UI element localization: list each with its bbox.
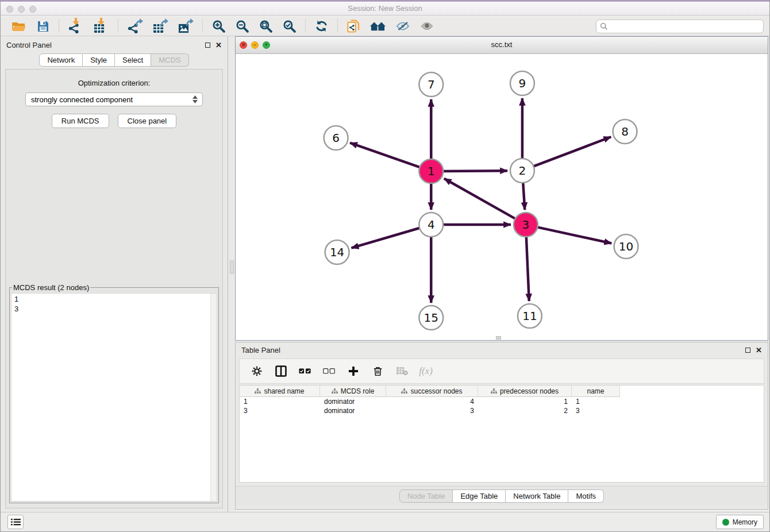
network-canvas[interactable]: 7968124314101511 [236, 54, 768, 340]
refresh-icon [315, 20, 328, 33]
edge-4-14[interactable] [352, 228, 422, 248]
edge-3-1[interactable] [444, 179, 517, 220]
edge-3-10[interactable] [535, 227, 611, 244]
column-header-shared-name[interactable]: shared name [240, 385, 320, 397]
memory-button[interactable]: Memory [716, 515, 764, 529]
apply-layout-refresh-button[interactable] [311, 18, 332, 35]
node-15[interactable]: 15 [419, 306, 443, 330]
clear-all-checkboxes-button[interactable] [320, 361, 338, 381]
node-7[interactable]: 7 [419, 72, 443, 97]
close-panel-button[interactable]: Close panel [118, 114, 177, 128]
node-4[interactable]: 4 [419, 213, 443, 237]
table-cell[interactable]: 3 [386, 406, 478, 415]
delete-column-button[interactable] [368, 361, 387, 381]
new-network-from-selection-button[interactable] [344, 18, 363, 35]
table-cell[interactable]: 1 [478, 397, 572, 406]
table-cell[interactable]: 2 [478, 406, 572, 415]
open-session-button[interactable] [8, 18, 30, 35]
panel-splitter[interactable] [229, 36, 235, 512]
tab-network-table[interactable]: Network Table [506, 489, 568, 503]
import-network-icon [68, 19, 83, 34]
float-panel-icon[interactable] [205, 43, 210, 48]
select-stepper-icon [191, 95, 202, 103]
show-columns-button[interactable] [272, 361, 290, 381]
add-column-button[interactable] [344, 361, 363, 381]
show-all-button[interactable] [417, 18, 437, 35]
mcds-result-text[interactable]: 1 3 [11, 294, 210, 501]
table-tabs: Node TableEdge TableNetwork TableMotifs [399, 489, 604, 503]
tab-edge-table[interactable]: Edge Table [453, 489, 506, 503]
splitter-grip-icon[interactable] [230, 260, 234, 274]
table-cell[interactable]: 1 [572, 397, 620, 406]
first-neighbors-button[interactable] [367, 18, 389, 35]
import-network-button[interactable] [65, 18, 87, 35]
zoom-in-button[interactable] [209, 18, 229, 35]
close-table-panel-icon[interactable]: ✕ [756, 346, 762, 354]
table-cell[interactable]: 3 [572, 406, 620, 415]
node-2[interactable]: 2 [510, 159, 534, 183]
column-header-MCDS-role[interactable]: MCDS role [320, 385, 386, 397]
memory-status-icon [722, 519, 729, 526]
edge-1-2[interactable] [441, 171, 507, 171]
node-3[interactable]: 3 [514, 213, 538, 237]
zoom-selected-button[interactable] [279, 18, 299, 35]
search-input[interactable] [611, 22, 760, 30]
table-row: 1dominator411 [240, 397, 764, 406]
node-9[interactable]: 9 [510, 71, 534, 95]
optimization-criterion-label: Optimization criterion: [6, 79, 222, 87]
table-cell[interactable]: dominator [320, 397, 386, 406]
export-image-button[interactable] [175, 18, 197, 35]
column-settings-gear-button[interactable] [248, 361, 266, 381]
column-type-icon [332, 388, 338, 394]
node-label: 7 [428, 78, 435, 91]
column-header-name[interactable]: name [572, 385, 620, 397]
zoom-out-icon [236, 20, 249, 33]
edge-3-11[interactable] [526, 234, 529, 301]
mcds-panel: Optimization criterion: strongly connect… [5, 69, 223, 508]
result-scrollbar[interactable] [210, 294, 217, 501]
run-mcds-button[interactable]: Run MCDS [52, 114, 109, 128]
optimization-criterion-select[interactable]: strongly connected component [25, 92, 203, 106]
tab-mcds[interactable]: MCDS [151, 53, 188, 67]
save-session-button[interactable] [33, 18, 53, 35]
tab-style[interactable]: Style [83, 53, 115, 67]
node-label: 10 [619, 240, 633, 253]
canvas-resize-grip[interactable] [496, 336, 501, 340]
edge-2-8[interactable] [532, 137, 611, 167]
zoom-fit-button[interactable] [256, 18, 276, 35]
node-10[interactable]: 10 [614, 234, 638, 259]
application-window: Session: New Session [0, 0, 770, 532]
select-all-checkboxes-button[interactable] [296, 361, 314, 381]
import-table-button[interactable] [90, 18, 112, 35]
node-6[interactable]: 6 [324, 126, 348, 150]
toolbar-separator [337, 20, 338, 33]
table-cell[interactable]: 1 [240, 397, 320, 406]
node-1[interactable]: 1 [419, 159, 443, 183]
tab-select[interactable]: Select [115, 53, 151, 67]
export-table-button[interactable] [149, 18, 171, 35]
export-network-button[interactable] [124, 18, 146, 35]
edge-1-6[interactable] [350, 143, 422, 168]
float-table-panel-icon[interactable] [745, 348, 750, 353]
tab-node-table[interactable]: Node Table [399, 489, 453, 503]
table-cell[interactable]: 4 [386, 397, 478, 406]
app-titlebar: Session: New Session [1, 1, 769, 16]
task-history-button[interactable] [7, 515, 24, 529]
zoom-out-button[interactable] [232, 18, 252, 35]
table-cell[interactable]: dominator [320, 406, 386, 415]
close-panel-icon[interactable]: ✕ [215, 41, 222, 49]
tab-motifs[interactable]: Motifs [568, 489, 604, 503]
node-label: 1 [428, 164, 435, 178]
hide-selected-button[interactable] [392, 18, 413, 35]
column-header-predecessor-nodes[interactable]: predecessor nodes [478, 385, 572, 397]
tab-network[interactable]: Network [39, 53, 83, 67]
column-header-successor-nodes[interactable]: successor nodes [386, 385, 478, 397]
table-header-row: shared nameMCDS rolesuccessor nodesprede… [240, 385, 764, 397]
node-8[interactable]: 8 [613, 119, 637, 144]
criterion-value: strongly connected component [31, 95, 133, 104]
node-14[interactable]: 14 [325, 240, 349, 264]
table-cell[interactable]: 3 [240, 406, 320, 415]
edge-2-3[interactable] [523, 180, 525, 210]
node-11[interactable]: 11 [518, 304, 542, 328]
table-body: 1dominator4113dominator323 [240, 397, 764, 415]
